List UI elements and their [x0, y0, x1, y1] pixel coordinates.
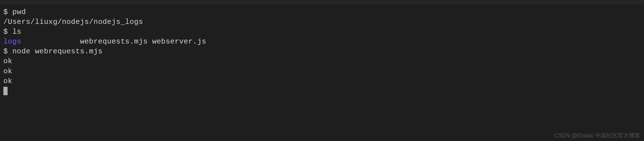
- terminal-line: ok: [3, 76, 641, 86]
- terminal-line: [3, 86, 641, 96]
- prompt: $: [3, 47, 12, 56]
- command-text: pwd: [12, 8, 26, 16]
- command-text: ls: [12, 28, 21, 36]
- terminal-panel[interactable]: $ pwd /Users/liuxg/nodejs/nodejs_logs $ …: [0, 5, 644, 98]
- tab-bar: [0, 0, 644, 5]
- terminal-line: ok: [3, 67, 641, 76]
- output-text: ok: [3, 67, 12, 76]
- terminal-line: $ pwd: [3, 7, 641, 17]
- ls-spacer: [21, 37, 80, 46]
- cursor: [3, 87, 8, 95]
- tab-segment: [78, 0, 174, 5]
- command-text: node webrequests.mjs: [12, 47, 102, 56]
- terminal-line: $ node webrequests.mjs: [3, 47, 641, 56]
- terminal-line: $ ls: [3, 27, 641, 37]
- output-text: /Users/liuxg/nodejs/nodejs_logs: [3, 18, 143, 26]
- terminal-line: /Users/liuxg/nodejs/nodejs_logs: [3, 17, 641, 27]
- terminal-line: ok: [3, 56, 641, 66]
- tab-segment: [0, 0, 78, 5]
- output-text: ok: [3, 77, 12, 85]
- tab-segment: [174, 0, 255, 5]
- ls-directory: logs: [3, 37, 21, 46]
- watermark-text: CSDN @Elastic 中国社区官方博客: [554, 132, 640, 139]
- ls-files: webrequests.mjs webserver.js: [80, 37, 206, 46]
- prompt: $: [3, 28, 12, 36]
- terminal-line: logs webrequests.mjs webserver.js: [3, 37, 641, 47]
- tab-segment: [255, 0, 322, 5]
- tab-segment: [322, 0, 644, 5]
- prompt: $: [3, 8, 12, 16]
- output-text: ok: [3, 57, 12, 65]
